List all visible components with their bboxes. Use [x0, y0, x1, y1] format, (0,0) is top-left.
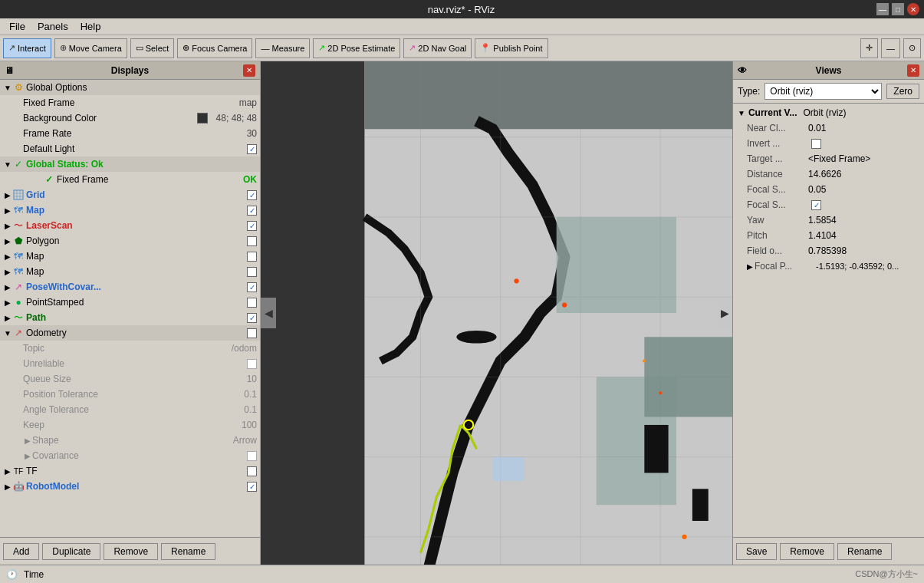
robotmodel-row[interactable]: ▶ 🤖 RobotModel — [0, 479, 260, 494]
odom-cov-expand: ▶ — [23, 452, 32, 460]
path-expand[interactable]: ▶ — [3, 314, 12, 322]
path-row[interactable]: ▶ 〜 Path — [0, 310, 260, 325]
robotmodel-checkbox[interactable] — [247, 482, 257, 492]
toolbar-measure[interactable]: — Measure — [255, 38, 310, 58]
odometry-expand[interactable]: ▼ — [3, 329, 12, 338]
global-status-expand[interactable]: ▼ — [3, 160, 12, 169]
focal-point-expand[interactable]: ▶ — [747, 262, 753, 271]
tf-checkbox[interactable] — [247, 466, 257, 476]
background-color-swatch[interactable] — [197, 113, 208, 124]
menu-panels[interactable]: Panels — [31, 19, 74, 34]
invert-checkbox[interactable] — [811, 139, 821, 149]
views-rename-button[interactable]: Rename — [837, 543, 892, 560]
toolbar-2d-pose[interactable]: ↗ 2D Pose Estimate — [313, 38, 400, 58]
pointstamped-label: PointStamped — [26, 297, 244, 308]
pitch-row: Pitch 1.4104 — [735, 228, 922, 243]
rviz-viewport[interactable]: ◀ ▶ — [261, 61, 732, 565]
map2-expand[interactable]: ▶ — [3, 252, 12, 261]
nav-left-arrow[interactable]: ◀ — [261, 298, 276, 328]
posecovar-row[interactable]: ▶ ↗ PoseWithCovar... — [0, 279, 260, 295]
focus-camera-icon: ⊕ — [182, 43, 189, 53]
displays-close-button[interactable]: ✕ — [243, 64, 255, 77]
posecovar-expand[interactable]: ▶ — [3, 283, 12, 292]
pointstamped-expand[interactable]: ▶ — [3, 298, 12, 307]
current-view-header[interactable]: ▼ Current V... Orbit (rviz) — [735, 105, 922, 120]
menu-file[interactable]: File — [3, 19, 31, 34]
focal-point-value: -1.5193; -0.43592; 0... — [816, 262, 919, 271]
tf-row[interactable]: ▶ TF TF — [0, 463, 260, 479]
odometry-header[interactable]: ▼ ↗ Odometry — [0, 325, 260, 341]
global-options-header[interactable]: ▼ ⚙ Global Options — [0, 80, 260, 95]
remove-display-button[interactable]: Remove — [104, 543, 158, 560]
views-remove-button[interactable]: Remove — [780, 543, 834, 560]
tf-expand[interactable]: ▶ — [3, 467, 12, 476]
default-light-checkbox[interactable] — [247, 144, 257, 154]
rename-display-button[interactable]: Rename — [161, 543, 215, 560]
views-type-select[interactable]: Orbit (rviz) — [765, 83, 882, 100]
map1-expand[interactable]: ▶ — [3, 206, 12, 215]
window-controls[interactable]: — □ ✕ — [876, 3, 924, 15]
duplicate-display-button[interactable]: Duplicate — [42, 543, 100, 560]
status-bar: 🕐 Time CSDN@方小生~ — [0, 565, 924, 583]
pitch-value: 1.4104 — [808, 230, 919, 241]
close-button[interactable]: ✕ — [907, 3, 919, 15]
views-close-button[interactable]: ✕ — [907, 64, 919, 77]
polygon-expand[interactable]: ▶ — [3, 237, 12, 245]
menu-help[interactable]: Help — [74, 19, 107, 34]
map3-expand[interactable]: ▶ — [3, 268, 12, 276]
grid-checkbox[interactable] — [247, 190, 257, 200]
toolbar-move-camera[interactable]: ⊕ Move Camera — [54, 38, 127, 58]
focal-s2-label: Focal S... — [747, 199, 808, 210]
toolbar-2d-nav[interactable]: ↗ 2D Nav Goal — [403, 38, 472, 58]
focal-point-label: Focal P... — [755, 261, 816, 272]
map2-row[interactable]: ▶ 🗺 Map — [0, 249, 260, 264]
global-options-expand[interactable]: ▼ — [3, 84, 12, 92]
map3-checkbox[interactable] — [247, 267, 257, 277]
views-type-row: Type: Orbit (rviz) Zero — [733, 80, 924, 104]
laserscan-row[interactable]: ▶ 〜 LaserScan — [0, 218, 260, 233]
global-status-header[interactable]: ▼ ✓ Global Status: Ok — [0, 156, 260, 172]
map1-row[interactable]: ▶ 🗺 Map — [0, 203, 260, 218]
maximize-button[interactable]: □ — [892, 3, 904, 15]
displays-footer: Add Duplicate Remove Rename — [0, 537, 260, 565]
frame-rate-value: 30 — [247, 128, 257, 139]
path-checkbox[interactable] — [247, 313, 257, 323]
laserscan-expand[interactable]: ▶ — [3, 222, 12, 230]
laserscan-checkbox[interactable] — [247, 221, 257, 231]
focal-s2-row: Focal S... — [735, 197, 922, 212]
titlebar: nav.rviz* - RViz — □ ✕ — [0, 0, 924, 18]
odometry-checkbox[interactable] — [247, 328, 257, 338]
map-canvas[interactable]: ◀ ▶ — [261, 61, 732, 565]
toolbar-extra-minus[interactable]: — — [881, 38, 900, 58]
toolbar-focus-camera[interactable]: ⊕ Focus Camera — [177, 38, 252, 58]
grid-row[interactable]: ▶ Grid — [0, 187, 260, 203]
map3-row[interactable]: ▶ 🗺 Map — [0, 264, 260, 279]
odom-topic-label: Topic — [23, 343, 229, 354]
map1-checkbox[interactable] — [247, 206, 257, 216]
pointstamped-row[interactable]: ▶ ● PointStamped — [0, 295, 260, 310]
pointstamped-checkbox[interactable] — [247, 298, 257, 308]
background-color-value: 48; 48; 48 — [216, 113, 257, 124]
polygon-checkbox[interactable] — [247, 236, 257, 246]
views-save-button[interactable]: Save — [736, 543, 777, 560]
toolbar-interact[interactable]: ↗ Interact — [3, 38, 51, 58]
focal-s2-checkbox[interactable] — [811, 200, 821, 210]
toolbar-extra-plus[interactable]: ✛ — [860, 38, 878, 58]
toolbar-publish-point[interactable]: 📍 Publish Point — [475, 38, 547, 58]
svg-rect-5 — [261, 61, 365, 565]
odom-postol-value: 0.1 — [244, 389, 257, 400]
nav-right-arrow[interactable]: ▶ — [717, 298, 732, 328]
add-display-button[interactable]: Add — [3, 543, 39, 560]
polygon-row[interactable]: ▶ ⬟ Polygon — [0, 233, 260, 249]
robotmodel-expand[interactable]: ▶ — [3, 483, 12, 491]
pose-estimate-label: 2D Pose Estimate — [327, 44, 395, 53]
grid-expand[interactable]: ▶ — [3, 191, 12, 199]
minimize-button[interactable]: — — [876, 3, 889, 15]
toolbar-select[interactable]: ▭ Select — [130, 38, 175, 58]
current-view-expand[interactable]: ▼ — [738, 109, 745, 117]
posecovar-checkbox[interactable] — [247, 282, 257, 292]
toolbar-extra-target[interactable]: ⊙ — [903, 38, 921, 58]
svg-point-27 — [659, 391, 662, 394]
map2-checkbox[interactable] — [247, 252, 257, 262]
views-zero-button[interactable]: Zero — [886, 84, 919, 99]
